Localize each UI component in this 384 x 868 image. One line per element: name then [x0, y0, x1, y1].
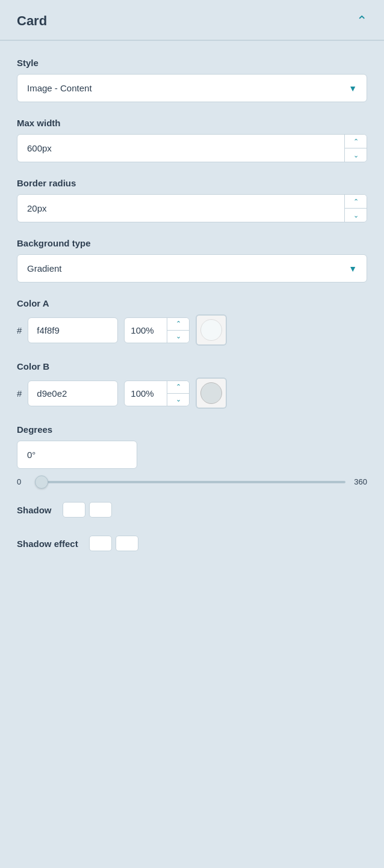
panel-title: Card [17, 13, 47, 29]
shadow-label: Shadow [17, 505, 52, 515]
degrees-input[interactable] [17, 441, 137, 469]
border-radius-spinner: ⌃ ⌄ [344, 195, 367, 222]
color-a-pct-spinner: ⌃ ⌄ [167, 318, 189, 343]
max-width-input[interactable] [17, 135, 344, 162]
max-width-input-wrapper: ⌃ ⌄ [17, 134, 367, 162]
background-type-field-group: Background type Gradient Solid None ▼ [17, 238, 367, 283]
color-a-pct-increment-button[interactable]: ⌃ [167, 318, 189, 331]
shadow-effect-toggle-box-2[interactable] [116, 536, 138, 551]
shadow-effect-label: Shadow effect [17, 539, 78, 549]
style-select[interactable]: Image - Content Content Only Image Only [17, 75, 367, 102]
color-b-hash: # [17, 388, 22, 399]
color-a-swatch-circle [200, 319, 222, 341]
background-type-select-wrapper: Gradient Solid None ▼ [17, 254, 367, 283]
color-a-pct-input[interactable] [125, 318, 167, 343]
color-b-pct-decrement-button[interactable]: ⌄ [167, 394, 189, 406]
shadow-toggle-wrapper [63, 502, 112, 518]
max-width-decrement-button[interactable]: ⌄ [345, 148, 367, 162]
max-width-label: Max width [17, 118, 367, 128]
color-b-swatch-circle [200, 382, 222, 404]
panel-header: Card ⌃ [0, 0, 384, 40]
color-a-field-group: Color A # ⌃ ⌄ [17, 298, 367, 346]
color-b-pct-wrapper: ⌃ ⌄ [124, 381, 190, 406]
color-b-field-group: Color B # ⌃ ⌄ [17, 361, 367, 409]
background-type-select[interactable]: Gradient Solid None [17, 255, 367, 282]
shadow-toggle-box-1[interactable] [63, 502, 85, 518]
degrees-slider-row: 0 360 [17, 477, 367, 486]
style-label: Style [17, 58, 367, 68]
background-type-label: Background type [17, 238, 367, 248]
color-b-pct-increment-button[interactable]: ⌃ [167, 381, 189, 394]
color-a-hex-input[interactable] [28, 317, 118, 343]
border-radius-input[interactable] [17, 195, 344, 222]
color-b-label: Color B [17, 361, 367, 371]
color-b-hex-input[interactable] [28, 381, 118, 406]
max-width-increment-button[interactable]: ⌃ [345, 135, 367, 148]
max-width-spinner: ⌃ ⌄ [344, 135, 367, 162]
border-radius-input-wrapper: ⌃ ⌄ [17, 194, 367, 222]
degrees-slider-min: 0 [17, 477, 26, 486]
panel-body: Style Image - Content Content Only Image… [0, 41, 384, 591]
shadow-effect-toggle-box-1[interactable] [89, 536, 112, 551]
border-radius-field-group: Border radius ⌃ ⌄ [17, 178, 367, 222]
color-a-swatch[interactable] [196, 314, 227, 346]
style-field-group: Style Image - Content Content Only Image… [17, 58, 367, 102]
color-a-row: # ⌃ ⌄ [17, 314, 367, 346]
border-radius-label: Border radius [17, 178, 367, 188]
border-radius-increment-button[interactable]: ⌃ [345, 195, 367, 209]
color-a-hash: # [17, 325, 22, 335]
degrees-slider[interactable] [35, 481, 345, 483]
shadow-field-group: Shadow [17, 502, 367, 518]
color-b-swatch[interactable] [196, 377, 227, 409]
style-select-wrapper: Image - Content Content Only Image Only … [17, 74, 367, 102]
color-a-pct-decrement-button[interactable]: ⌄ [167, 331, 189, 343]
color-a-pct-wrapper: ⌃ ⌄ [124, 317, 190, 343]
color-b-row: # ⌃ ⌄ [17, 377, 367, 409]
max-width-field-group: Max width ⌃ ⌄ [17, 118, 367, 162]
collapse-icon[interactable]: ⌃ [356, 13, 367, 29]
border-radius-decrement-button[interactable]: ⌄ [345, 209, 367, 222]
color-a-label: Color A [17, 298, 367, 308]
shadow-effect-field-group: Shadow effect [17, 536, 367, 551]
degrees-label: Degrees [17, 424, 367, 435]
degrees-field-group: Degrees 0 360 [17, 424, 367, 486]
degrees-slider-max: 360 [354, 477, 367, 486]
color-b-pct-input[interactable] [125, 381, 167, 406]
shadow-toggle-box-2[interactable] [89, 502, 112, 518]
shadow-effect-toggle-wrapper [89, 536, 138, 551]
color-b-pct-spinner: ⌃ ⌄ [167, 381, 189, 406]
